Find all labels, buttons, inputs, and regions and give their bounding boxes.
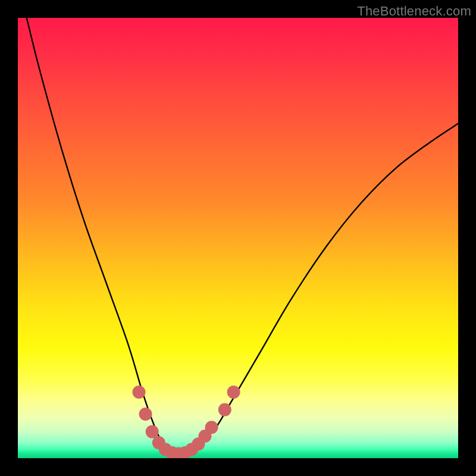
highlight-dot [146,425,159,439]
highlight-dot [227,386,240,399]
chart-svg [18,18,458,458]
plot-area [18,18,458,458]
outer-frame: TheBottleneck.com [0,0,476,476]
highlight-dot [139,408,152,421]
watermark-text: TheBottleneck.com [357,4,471,19]
highlight-dots [133,386,240,458]
bottleneck-curve [27,18,458,455]
highlight-dot [218,403,231,416]
highlight-dot [133,386,146,399]
highlight-dot [205,421,218,434]
